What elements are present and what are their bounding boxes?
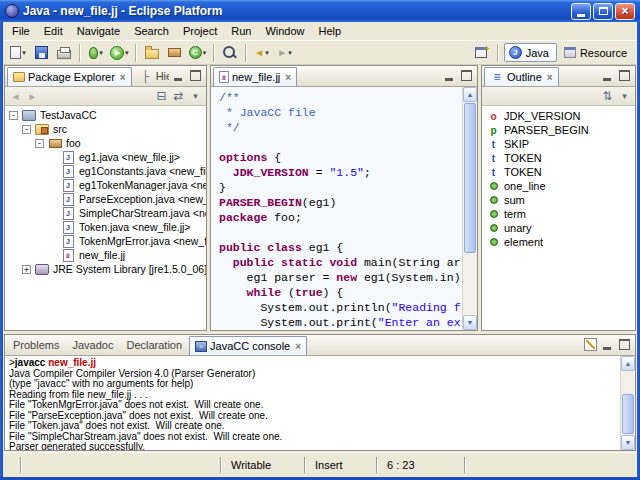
tree-item[interactable]: -TestJavaCC bbox=[5, 108, 206, 122]
new-wizard-button[interactable]: ▾ bbox=[7, 43, 29, 63]
editor-vertical-scrollbar[interactable]: ▲ ▼ bbox=[462, 87, 477, 330]
back-icon[interactable] bbox=[7, 88, 24, 104]
maximize-view-icon[interactable] bbox=[458, 68, 475, 84]
editor-code[interactable]: /** * JavaCC file */ options { JDK_VERSI… bbox=[211, 87, 462, 330]
menu-project[interactable]: Project bbox=[176, 23, 224, 39]
outline-item[interactable]: element bbox=[482, 235, 635, 249]
tree-item[interactable]: JTokenMgrError.java <new_file.jj> bbox=[5, 234, 206, 248]
menu-run[interactable]: Run bbox=[224, 23, 258, 39]
minimize-view-icon[interactable] bbox=[598, 68, 615, 84]
tree-item[interactable]: Jeg1Constants.java <new_file.jj> bbox=[5, 164, 206, 178]
close-icon[interactable]: × bbox=[547, 72, 553, 83]
outline-item[interactable]: one_line bbox=[482, 179, 635, 193]
tree-item[interactable]: JSimpleCharStream.java <new_file.jj> bbox=[5, 206, 206, 220]
console-tab-problems[interactable]: Problems bbox=[7, 335, 65, 355]
title-bar[interactable]: Java - new_file.jj - Eclipse Platform × bbox=[0, 0, 640, 22]
close-icon[interactable]: × bbox=[120, 72, 126, 83]
new-java-project-button[interactable] bbox=[141, 43, 163, 63]
forward-icon[interactable] bbox=[24, 88, 41, 104]
tree-item[interactable]: Jeg1TokenManager.java <new_file.jj> bbox=[5, 178, 206, 192]
console-tab-declaration[interactable]: Declaration bbox=[120, 335, 188, 355]
tree-item[interactable]: Jeg1.java <new_file.jj> bbox=[5, 150, 206, 164]
back-button[interactable]: ▾ bbox=[251, 43, 273, 63]
dropdown-arrow-icon[interactable]: ▾ bbox=[288, 49, 292, 57]
console-output[interactable]: >javacc new_file.jjJava Compiler Compile… bbox=[5, 356, 620, 450]
link-with-editor-icon[interactable] bbox=[170, 88, 187, 104]
tree-item[interactable]: JParseException.java <new_file.jj> bbox=[5, 192, 206, 206]
outline-item[interactable]: oJDK_VERSION bbox=[482, 109, 635, 123]
collapse-toggle-icon[interactable]: - bbox=[9, 111, 18, 120]
view-menu-icon[interactable] bbox=[187, 88, 204, 104]
scroll-track[interactable] bbox=[463, 102, 477, 315]
expand-toggle-icon[interactable]: + bbox=[22, 265, 31, 274]
close-icon[interactable]: × bbox=[285, 72, 291, 83]
perspective-java[interactable]: Java bbox=[504, 43, 557, 62]
new-package-button[interactable] bbox=[164, 43, 186, 63]
console-vertical-scrollbar[interactable]: ▲ ▼ bbox=[620, 356, 635, 450]
minimize-view-icon[interactable] bbox=[598, 337, 615, 353]
tree-item[interactable]: +JRE System Library [jre1.5.0_06] bbox=[5, 262, 206, 276]
perspective-resource[interactable]: Resource bbox=[559, 44, 635, 62]
console-content[interactable]: >javacc new_file.jjJava Compiler Compile… bbox=[5, 356, 635, 450]
minimize-view-icon[interactable] bbox=[169, 68, 186, 84]
sort-icon[interactable] bbox=[599, 88, 616, 104]
outline-item[interactable]: term bbox=[482, 207, 635, 221]
new-class-button[interactable]: ▾ bbox=[187, 43, 209, 63]
menu-file[interactable]: File bbox=[5, 23, 37, 39]
run-button[interactable]: ▾ bbox=[108, 43, 131, 63]
outline-item[interactable]: sum bbox=[482, 193, 635, 207]
dropdown-arrow-icon[interactable]: ▾ bbox=[99, 49, 103, 57]
scroll-down-icon[interactable]: ▼ bbox=[621, 435, 635, 450]
menu-search[interactable]: Search bbox=[127, 23, 176, 39]
console-pin-icon[interactable] bbox=[584, 338, 597, 351]
minimize-view-icon[interactable] bbox=[440, 68, 457, 84]
dropdown-arrow-icon[interactable]: ▾ bbox=[125, 49, 129, 57]
outline-item[interactable]: tTOKEN bbox=[482, 151, 635, 165]
maximize-view-icon[interactable] bbox=[616, 337, 633, 353]
print-button[interactable] bbox=[53, 43, 75, 63]
debug-button[interactable]: ▾ bbox=[85, 43, 107, 63]
view-menu-icon[interactable] bbox=[616, 88, 633, 104]
scroll-up-icon[interactable]: ▲ bbox=[621, 356, 635, 371]
scroll-down-icon[interactable]: ▼ bbox=[463, 315, 477, 330]
console-tab-javacc-console[interactable]: JavaCC console× bbox=[189, 336, 307, 355]
pe-tab-package-explorer[interactable]: Package Explorer× bbox=[7, 67, 132, 86]
scroll-thumb[interactable] bbox=[464, 103, 476, 253]
maximize-view-icon[interactable] bbox=[616, 68, 633, 84]
dropdown-arrow-icon[interactable]: ▾ bbox=[203, 49, 207, 57]
collapse-toggle-icon[interactable]: - bbox=[35, 139, 44, 148]
scroll-up-icon[interactable]: ▲ bbox=[463, 87, 477, 102]
open-perspective-button[interactable] bbox=[470, 43, 492, 63]
outline-item[interactable]: tTOKEN bbox=[482, 165, 635, 179]
outline-item[interactable]: pPARSER_BEGIN bbox=[482, 123, 635, 137]
save-button[interactable] bbox=[30, 43, 52, 63]
tree-item[interactable]: jjnew_file.jj bbox=[5, 248, 206, 262]
editor-content[interactable]: /** * JavaCC file */ options { JDK_VERSI… bbox=[211, 87, 477, 330]
scroll-thumb[interactable] bbox=[622, 394, 634, 434]
close-icon[interactable]: × bbox=[295, 341, 301, 352]
tree-item[interactable]: -foo bbox=[5, 136, 206, 150]
dropdown-arrow-icon[interactable]: ▾ bbox=[22, 49, 26, 57]
editor-tab-new-file-jj[interactable]: new_file.jj× bbox=[213, 67, 297, 86]
close-button[interactable]: × bbox=[615, 3, 635, 20]
maximize-view-icon[interactable] bbox=[187, 68, 204, 84]
menu-window[interactable]: Window bbox=[258, 23, 311, 39]
menu-help[interactable]: Help bbox=[312, 23, 349, 39]
tree-item[interactable]: -src bbox=[5, 122, 206, 136]
pe-tab-hierarchy[interactable]: Hierarchy bbox=[133, 66, 169, 86]
search-button[interactable] bbox=[219, 43, 241, 63]
outline-item[interactable]: tSKIP bbox=[482, 137, 635, 151]
tree-item[interactable]: JToken.java <new_file.jj> bbox=[5, 220, 206, 234]
dropdown-arrow-icon[interactable]: ▾ bbox=[265, 49, 269, 57]
forward-button[interactable]: ▾ bbox=[274, 43, 296, 63]
collapse-toggle-icon[interactable]: - bbox=[22, 125, 31, 134]
menu-edit[interactable]: Edit bbox=[37, 23, 70, 39]
collapse-all-icon[interactable] bbox=[153, 88, 170, 104]
scroll-track[interactable] bbox=[621, 371, 635, 435]
outline-item[interactable]: unary bbox=[482, 221, 635, 235]
menu-navigate[interactable]: Navigate bbox=[70, 23, 127, 39]
maximize-button[interactable] bbox=[593, 3, 613, 20]
outline-tab-outline[interactable]: Outline× bbox=[484, 67, 559, 86]
minimize-button[interactable] bbox=[571, 3, 591, 20]
console-tab-javadoc[interactable]: Javadoc bbox=[66, 335, 119, 355]
